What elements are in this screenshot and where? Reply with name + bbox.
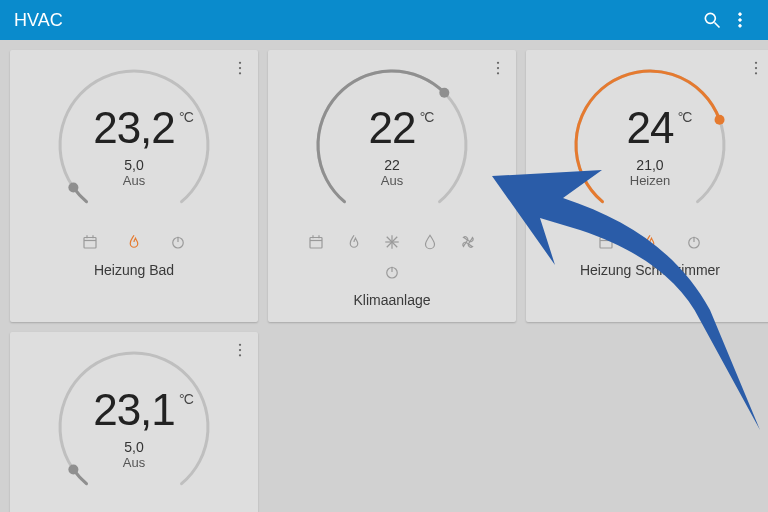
- current-temp: 24°C: [627, 103, 674, 153]
- thermostat-card: 24°C 21,0 HeizenHeizung Schlafzimmer: [526, 50, 768, 322]
- svg-point-16: [497, 67, 499, 69]
- svg-point-3: [739, 19, 742, 22]
- svg-point-15: [497, 62, 499, 64]
- svg-point-33: [715, 115, 725, 125]
- current-temp: 23,1°C: [93, 385, 175, 435]
- thermostat-dial[interactable]: 24°C 21,0 Heizen: [565, 60, 735, 230]
- svg-point-32: [755, 72, 757, 74]
- svg-point-7: [239, 72, 241, 74]
- power-row: [382, 262, 402, 282]
- thermostat-card: 23,2°C 5,0 AusHeizung Bad: [10, 50, 258, 322]
- card-menu-icon[interactable]: [228, 56, 252, 80]
- svg-point-0: [705, 13, 715, 23]
- snow-icon[interactable]: [382, 232, 402, 252]
- svg-point-31: [755, 67, 757, 69]
- svg-point-8: [68, 182, 78, 192]
- card-menu-icon[interactable]: [228, 338, 252, 362]
- thermostat-dial[interactable]: 23,2°C 5,0 Aus: [49, 60, 219, 230]
- svg-point-40: [239, 344, 241, 346]
- svg-rect-19: [310, 238, 322, 249]
- svg-point-42: [239, 354, 241, 356]
- fan-icon[interactable]: [458, 232, 478, 252]
- power-icon[interactable]: [684, 232, 704, 252]
- thermostat-card: 23,1°C 5,0 Aus: [10, 332, 258, 512]
- flame-icon[interactable]: [640, 232, 660, 252]
- mode-icon-row: [306, 232, 478, 252]
- app-bar: HVAC: [0, 0, 768, 40]
- mode-icon-row: [80, 232, 188, 252]
- current-temp: 22°C: [369, 103, 416, 153]
- card-menu-icon[interactable]: [486, 56, 510, 80]
- svg-point-6: [239, 67, 241, 69]
- flame-icon[interactable]: [344, 232, 364, 252]
- svg-point-18: [439, 88, 449, 98]
- svg-line-1: [715, 23, 720, 28]
- svg-rect-9: [84, 238, 96, 249]
- page-title: HVAC: [14, 10, 698, 31]
- svg-point-5: [239, 62, 241, 64]
- thermostat-dial[interactable]: 22°C 22 Aus: [307, 60, 477, 230]
- search-icon[interactable]: [698, 6, 726, 34]
- card-menu-icon[interactable]: [744, 56, 768, 80]
- svg-point-41: [239, 349, 241, 351]
- mode-icon-row: [596, 232, 704, 252]
- card-title: Klimaanlage: [353, 292, 430, 308]
- calendar-icon[interactable]: [596, 232, 616, 252]
- svg-point-17: [497, 72, 499, 74]
- thermostat-dial[interactable]: 23,1°C 5,0 Aus: [49, 342, 219, 512]
- calendar-icon[interactable]: [80, 232, 100, 252]
- svg-point-30: [755, 62, 757, 64]
- more-icon[interactable]: [726, 6, 754, 34]
- current-temp: 23,2°C: [93, 103, 175, 153]
- power-icon[interactable]: [168, 232, 188, 252]
- svg-rect-34: [600, 238, 612, 249]
- flame-icon[interactable]: [124, 232, 144, 252]
- svg-point-27: [467, 241, 470, 244]
- water-icon[interactable]: [420, 232, 440, 252]
- card-title: Heizung Bad: [94, 262, 174, 278]
- svg-point-2: [739, 13, 742, 16]
- svg-point-4: [739, 25, 742, 28]
- card-title: Heizung Schlafzimmer: [580, 262, 720, 278]
- cards-grid: 23,2°C 5,0 AusHeizung Bad 22°C 22 AusKli…: [0, 40, 768, 512]
- svg-point-43: [68, 464, 78, 474]
- power-icon[interactable]: [382, 262, 402, 282]
- thermostat-card: 22°C 22 AusKlimaanlage: [268, 50, 516, 322]
- calendar-icon[interactable]: [306, 232, 326, 252]
